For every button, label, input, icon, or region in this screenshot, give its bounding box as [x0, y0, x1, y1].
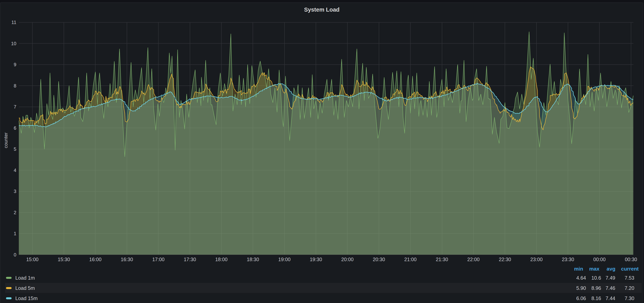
svg-text:00:00: 00:00 [593, 257, 606, 262]
svg-text:15:00: 15:00 [26, 257, 38, 262]
svg-text:17:30: 17:30 [184, 257, 196, 262]
svg-text:23:00: 23:00 [530, 257, 543, 262]
svg-text:6: 6 [14, 125, 16, 131]
svg-text:7: 7 [14, 104, 16, 110]
svg-text:Load 5m: Load 5m [15, 285, 35, 291]
svg-text:00:30: 00:30 [625, 257, 637, 262]
svg-text:19:30: 19:30 [310, 257, 322, 262]
svg-text:11: 11 [12, 20, 16, 25]
svg-text:15:30: 15:30 [58, 257, 70, 262]
svg-text:22:30: 22:30 [499, 257, 511, 262]
svg-text:current: current [621, 266, 639, 272]
svg-text:22:00: 22:00 [468, 257, 480, 262]
svg-text:5: 5 [14, 146, 16, 152]
svg-text:21:30: 21:30 [436, 257, 448, 262]
svg-text:avg: avg [607, 266, 616, 272]
svg-text:16:00: 16:00 [89, 257, 102, 262]
svg-text:Load 15m: Load 15m [15, 296, 38, 301]
svg-text:max: max [589, 266, 600, 272]
svg-text:18:00: 18:00 [215, 257, 228, 262]
svg-text:System Load: System Load [304, 6, 340, 13]
svg-text:7.30: 7.30 [624, 296, 634, 301]
svg-text:4: 4 [14, 168, 16, 173]
svg-text:3: 3 [14, 189, 16, 194]
svg-text:7.20: 7.20 [624, 285, 634, 291]
svg-text:20:00: 20:00 [341, 257, 354, 262]
svg-text:23:30: 23:30 [562, 257, 574, 262]
svg-text:counter: counter [3, 132, 8, 148]
svg-text:4.64: 4.64 [576, 275, 586, 280]
svg-text:7.46: 7.46 [606, 285, 615, 291]
svg-text:8.96: 8.96 [591, 285, 601, 291]
svg-text:min: min [574, 266, 583, 272]
svg-text:10: 10 [11, 41, 16, 46]
svg-text:Load 1m: Load 1m [15, 275, 35, 280]
svg-text:5.90: 5.90 [576, 285, 586, 291]
svg-text:8: 8 [14, 83, 16, 88]
svg-text:2: 2 [14, 210, 16, 215]
svg-text:8.16: 8.16 [591, 296, 601, 301]
svg-text:0: 0 [14, 252, 16, 258]
svg-text:7.49: 7.49 [606, 275, 615, 280]
svg-text:16:30: 16:30 [121, 257, 133, 262]
svg-text:18:30: 18:30 [247, 257, 259, 262]
svg-text:9: 9 [14, 62, 16, 67]
svg-text:7.53: 7.53 [624, 275, 634, 280]
svg-text:10.6: 10.6 [591, 275, 601, 280]
svg-text:7.44: 7.44 [606, 296, 615, 301]
svg-text:20:30: 20:30 [373, 257, 385, 262]
svg-text:21:00: 21:00 [404, 257, 417, 262]
svg-text:17:00: 17:00 [152, 257, 165, 262]
svg-text:1: 1 [14, 231, 16, 236]
svg-text:6.06: 6.06 [576, 296, 586, 301]
svg-text:19:00: 19:00 [278, 257, 290, 262]
